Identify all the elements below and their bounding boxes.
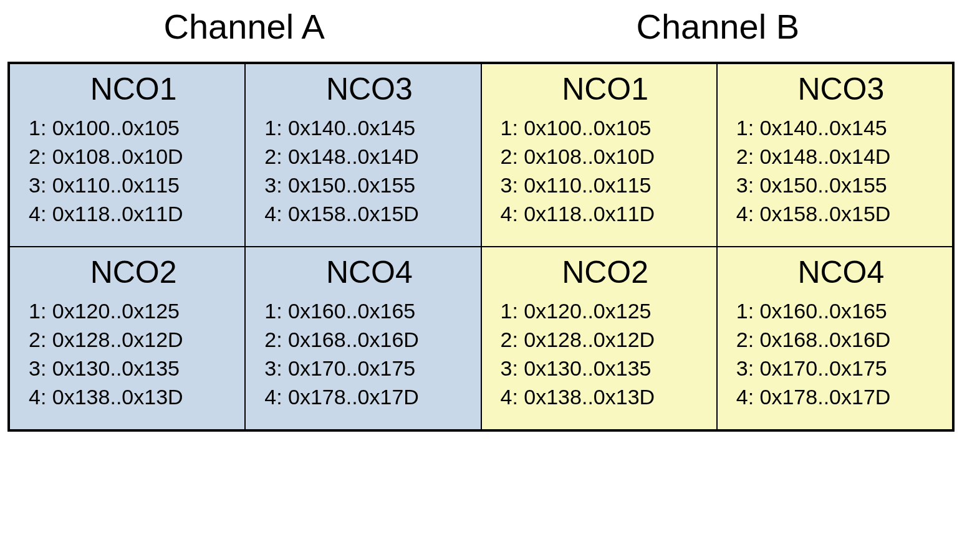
addr-range: 3: 0x150..0x155 (736, 171, 946, 200)
addr-range: 2: 0x128..0x12D (29, 326, 238, 354)
addr-range: 3: 0x110..0x115 (501, 171, 710, 200)
addr-range: 1: 0x120..0x125 (29, 297, 238, 326)
channel-headers: Channel A Channel B (7, 4, 955, 62)
addr-range: 4: 0x138..0x13D (29, 383, 238, 412)
nco-title: NCO3 (264, 73, 474, 106)
addr-range: 2: 0x108..0x10D (29, 143, 238, 171)
addr-range: 2: 0x168..0x16D (264, 326, 474, 354)
addr-range: 4: 0x178..0x17D (264, 383, 474, 412)
nco-title: NCO4 (736, 256, 946, 289)
addr-range: 4: 0x158..0x15D (264, 200, 474, 229)
addr-range: 3: 0x110..0x115 (29, 171, 238, 200)
addr-range: 4: 0x118..0x11D (29, 200, 238, 229)
addr-range: 3: 0x150..0x155 (264, 171, 474, 200)
addr-range: 2: 0x128..0x12D (501, 326, 710, 354)
cell-b-nco2: NCO2 1: 0x120..0x125 2: 0x128..0x12D 3: … (481, 247, 717, 430)
addr-range: 3: 0x170..0x175 (264, 354, 474, 383)
nco-title: NCO3 (736, 73, 946, 106)
addr-range: 3: 0x170..0x175 (736, 354, 946, 383)
addr-range: 4: 0x178..0x17D (736, 383, 946, 412)
addr-range: 3: 0x130..0x135 (29, 354, 238, 383)
nco-title: NCO2 (29, 256, 238, 289)
addr-range: 4: 0x118..0x11D (501, 200, 710, 229)
nco-title: NCO2 (501, 256, 710, 289)
addr-range: 2: 0x148..0x14D (264, 143, 474, 171)
nco-title: NCO1 (29, 73, 238, 106)
nco-register-map: Channel A Channel B NCO1 1: 0x100..0x105… (0, 0, 962, 444)
header-channel-a: Channel A (7, 4, 481, 62)
addr-range: 4: 0x138..0x13D (501, 383, 710, 412)
addr-range: 1: 0x160..0x165 (264, 297, 474, 326)
addr-range: 1: 0x120..0x125 (501, 297, 710, 326)
cell-a-nco4: NCO4 1: 0x160..0x165 2: 0x168..0x16D 3: … (245, 247, 481, 430)
addr-range: 2: 0x108..0x10D (501, 143, 710, 171)
addr-range: 1: 0x100..0x105 (29, 114, 238, 143)
addr-range: 1: 0x140..0x145 (264, 114, 474, 143)
addr-range: 1: 0x100..0x105 (501, 114, 710, 143)
nco-title: NCO4 (264, 256, 474, 289)
header-channel-b: Channel B (481, 4, 955, 62)
cell-b-nco4: NCO4 1: 0x160..0x165 2: 0x168..0x16D 3: … (717, 247, 953, 430)
addr-range: 4: 0x158..0x15D (736, 200, 946, 229)
cell-a-nco2: NCO2 1: 0x120..0x125 2: 0x128..0x12D 3: … (9, 247, 245, 430)
addr-range: 2: 0x148..0x14D (736, 143, 946, 171)
addr-range: 2: 0x168..0x16D (736, 326, 946, 354)
addr-range: 1: 0x160..0x165 (736, 297, 946, 326)
cell-b-nco3: NCO3 1: 0x140..0x145 2: 0x148..0x14D 3: … (717, 64, 953, 247)
addr-range: 1: 0x140..0x145 (736, 114, 946, 143)
cell-a-nco3: NCO3 1: 0x140..0x145 2: 0x148..0x14D 3: … (245, 64, 481, 247)
cell-b-nco1: NCO1 1: 0x100..0x105 2: 0x108..0x10D 3: … (481, 64, 717, 247)
nco-grid: NCO1 1: 0x100..0x105 2: 0x108..0x10D 3: … (7, 62, 955, 432)
addr-range: 3: 0x130..0x135 (501, 354, 710, 383)
cell-a-nco1: NCO1 1: 0x100..0x105 2: 0x108..0x10D 3: … (9, 64, 245, 247)
nco-title: NCO1 (501, 73, 710, 106)
